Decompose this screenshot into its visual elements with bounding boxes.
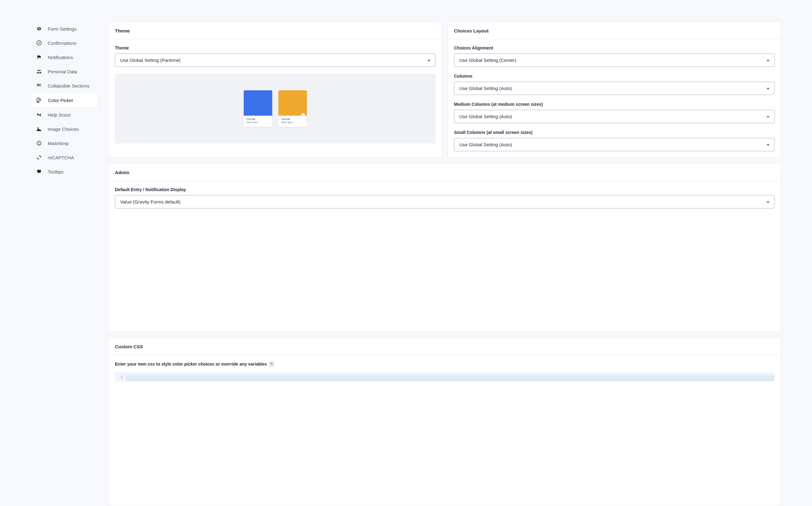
card-title: Custom CSS xyxy=(109,338,781,355)
svg-rect-3 xyxy=(37,84,41,85)
check-circle-icon xyxy=(36,40,42,46)
select-value: Use Global Setting (Auto) xyxy=(459,86,512,91)
image-icon xyxy=(36,126,42,132)
theme-card: Theme Theme Use Global Setting (Pantone)… xyxy=(109,22,442,158)
medium-columns-label: Medium Columns (at medium screen sizes) xyxy=(454,102,774,107)
sidebar-item-label: Help Scout xyxy=(48,112,70,117)
people-icon xyxy=(36,68,42,75)
svg-rect-4 xyxy=(37,85,40,86)
sidebar-item-label: Notifications xyxy=(48,55,73,60)
palette-icon xyxy=(36,97,43,103)
sidebar-item-recaptcha[interactable]: reCAPTCHA xyxy=(31,150,98,165)
small-columns-select[interactable]: Use Global Setting (Auto) xyxy=(454,138,774,151)
svg-point-10 xyxy=(39,142,40,143)
sidebar-item-form-settings[interactable]: Form Settings xyxy=(31,22,98,36)
sidebar-item-label: reCAPTCHA xyxy=(48,155,74,160)
sidebar-item-label: Confirmations xyxy=(48,40,76,46)
theme-label: Theme xyxy=(115,46,435,51)
svg-point-6 xyxy=(38,101,39,102)
choices-alignment-label: Choices Alignment xyxy=(454,46,774,51)
select-value: Use Global Setting (Center) xyxy=(459,58,516,63)
css-editor[interactable]: 1 xyxy=(115,372,774,382)
sections-icon xyxy=(36,83,42,89)
admin-card: Admin Default Entry / Notification Displ… xyxy=(109,163,781,332)
sidebar-item-image-choices[interactable]: Image Choices xyxy=(31,122,98,136)
check-icon xyxy=(301,113,305,117)
medium-columns-select[interactable]: Use Global Setting (Auto) xyxy=(454,110,774,123)
flag-icon xyxy=(36,54,42,60)
select-value: Use Global Setting (Pantone) xyxy=(120,58,181,63)
card-title: Choices Layout xyxy=(448,22,781,39)
sidebar-item-mailchimp[interactable]: Mailchimp xyxy=(31,136,98,150)
mailchimp-icon xyxy=(36,140,42,146)
default-display-select[interactable]: Value (Gravity Forms default) xyxy=(115,195,774,208)
select-value: Use Global Setting (Auto) xyxy=(459,114,512,119)
choices-layout-card: Choices Layout Choices Alignment Use Glo… xyxy=(448,22,781,158)
sidebar-item-label: Form Settings xyxy=(48,26,76,31)
small-columns-label: Small Columns (at small screen sizes) xyxy=(454,130,774,135)
svg-point-8 xyxy=(37,141,41,145)
sidebar-item-collapsible-sections[interactable]: Collapsible Sections xyxy=(31,79,98,93)
line-number: 1 xyxy=(115,375,126,381)
custom-css-description: Enter your own css to style color picker… xyxy=(115,361,267,366)
code-content[interactable] xyxy=(126,375,774,381)
main-content: Theme Theme Use Global Setting (Pantone)… xyxy=(109,22,781,506)
select-value: Value (Gravity Forms default) xyxy=(120,199,181,204)
settings-sidebar: Form Settings Confirmations Notification… xyxy=(31,22,98,506)
sidebar-item-label: Collapsible Sections xyxy=(48,83,89,88)
tooltip-icon xyxy=(36,169,42,175)
default-display-label: Default Entry / Notification Display xyxy=(115,187,774,192)
svg-point-0 xyxy=(37,41,42,46)
recaptcha-icon xyxy=(36,154,42,161)
sidebar-item-label: Personal Data xyxy=(48,69,77,74)
swatch-name: Baby Blue xyxy=(281,121,304,124)
helpscout-icon xyxy=(36,112,42,118)
custom-css-card: Custom CSS Enter your own css to style c… xyxy=(109,337,781,506)
gear-icon xyxy=(36,26,42,32)
sidebar-item-personal-data[interactable]: Personal Data xyxy=(31,64,98,79)
sidebar-item-label: Mailchimp xyxy=(48,141,69,146)
sidebar-item-tooltips[interactable]: Tooltips xyxy=(31,165,98,179)
card-title: Admin xyxy=(109,164,781,181)
sidebar-item-confirmations[interactable]: Confirmations xyxy=(31,36,98,50)
sidebar-item-help-scout[interactable]: Help Scout xyxy=(31,108,98,122)
svg-rect-11 xyxy=(37,170,41,173)
columns-label: Columns xyxy=(454,74,774,79)
choices-alignment-select[interactable]: Use Global Setting (Center) xyxy=(454,54,774,67)
swatch-color xyxy=(278,90,307,116)
sidebar-item-label: Color Picker xyxy=(48,98,73,103)
theme-preview: COLOR Baby Blue COLOR Baby Blue xyxy=(115,74,435,144)
card-title: Theme xyxy=(109,22,442,39)
svg-point-2 xyxy=(39,70,41,71)
select-value: Use Global Setting (Auto) xyxy=(459,142,512,147)
svg-point-9 xyxy=(38,142,39,143)
swatch-card: COLOR Baby Blue xyxy=(278,90,307,127)
sidebar-item-label: Tooltips xyxy=(48,169,64,174)
swatch-category: COLOR xyxy=(247,118,269,120)
swatch-color xyxy=(244,90,272,116)
swatch-name: Baby Blue xyxy=(247,121,269,124)
svg-point-1 xyxy=(38,70,39,71)
columns-select[interactable]: Use Global Setting (Auto) xyxy=(454,82,774,95)
sidebar-item-label: Image Choices xyxy=(48,126,79,132)
swatch-card: COLOR Baby Blue xyxy=(244,90,272,127)
help-icon[interactable]: ? xyxy=(269,361,274,367)
sidebar-item-notifications[interactable]: Notifications xyxy=(31,50,98,64)
theme-select[interactable]: Use Global Setting (Pantone) xyxy=(115,54,435,67)
svg-point-7 xyxy=(38,128,39,129)
sidebar-item-color-picker[interactable]: Color Picker xyxy=(31,93,98,108)
swatch-category: COLOR xyxy=(281,118,304,120)
